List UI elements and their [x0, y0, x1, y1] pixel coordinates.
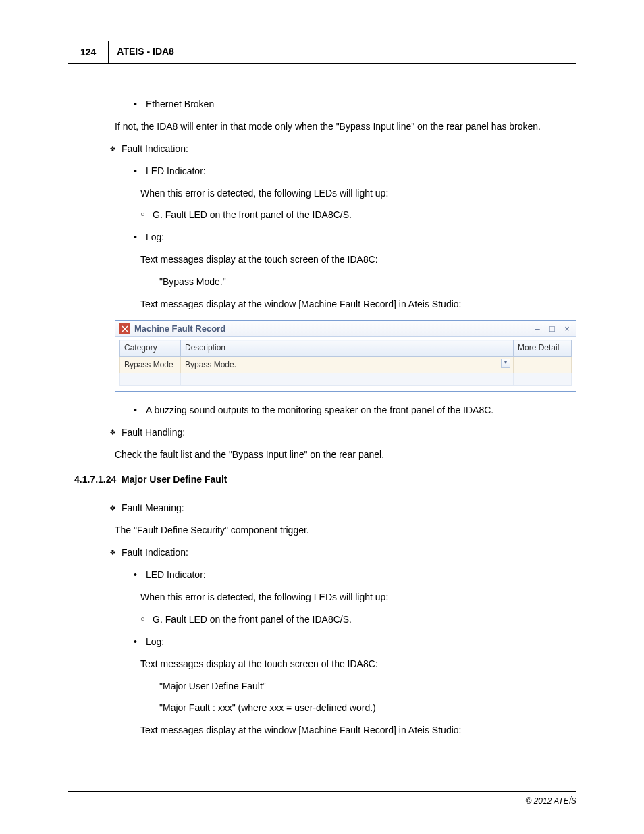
diamond-text: Fault Indication: — [122, 546, 188, 559]
bullet-text: Ethernet Broken — [146, 98, 214, 111]
section-number: 4.1.7.1.24 — [74, 474, 116, 485]
cell-category: Bypass Mode — [120, 356, 181, 373]
close-icon[interactable]: × — [562, 324, 572, 333]
quoted-message: "Major User Define Fault" — [159, 680, 576, 693]
paragraph: Check the fault list and the "Bypass Inp… — [115, 448, 576, 461]
circle-icon: ○ — [140, 209, 153, 221]
table-header-row: Category Description More Detail — [120, 340, 572, 356]
bullet-item: • Ethernet Broken — [134, 98, 576, 111]
minimize-icon[interactable]: – — [533, 324, 542, 333]
section-title: Major User Define Fault — [122, 474, 227, 485]
circle-item: ○ G. Fault LED on the front panel of the… — [140, 613, 576, 626]
paragraph: If not, the IDA8 will enter in that mode… — [115, 120, 576, 133]
quoted-message: "Bypass Mode." — [159, 276, 576, 288]
circle-icon: ○ — [140, 613, 153, 626]
col-header-category[interactable]: Category — [120, 340, 181, 356]
fault-record-table: Category Description More Detail Bypass … — [119, 340, 572, 385]
bullet-icon: • — [134, 404, 146, 417]
cell-more-detail — [514, 356, 572, 373]
maximize-icon[interactable]: □ — [547, 324, 557, 333]
header-title: ATEIS - IDA8 — [109, 41, 182, 63]
paragraph: When this error is detected, the followi… — [140, 591, 576, 604]
bullet-icon: • — [134, 98, 146, 111]
bullet-text: Log: — [146, 635, 164, 648]
diamond-icon: ❖ — [109, 502, 122, 515]
paragraph: Text messages display at the window [Mac… — [140, 724, 576, 737]
diamond-text: Fault Handling: — [122, 426, 185, 439]
bullet-item: • Log: — [134, 231, 576, 244]
bullet-icon: • — [134, 231, 146, 244]
diamond-text: Fault Indication: — [122, 142, 188, 155]
app-icon — [119, 323, 130, 334]
diamond-icon: ❖ — [109, 426, 122, 439]
bullet-text: Log: — [146, 231, 164, 244]
bullet-text: LED Indicator: — [146, 165, 206, 178]
bullet-icon: • — [134, 165, 146, 178]
window-title: Machine Fault Record — [134, 323, 533, 335]
circle-text: G. Fault LED on the front panel of the I… — [153, 209, 352, 221]
page-content: • Ethernet Broken If not, the IDA8 will … — [68, 98, 576, 737]
paragraph: Text messages display at the touch scree… — [140, 253, 576, 266]
circle-item: ○ G. Fault LED on the front panel of the… — [140, 209, 576, 221]
bullet-item: • LED Indicator: — [134, 569, 576, 581]
bullet-text: LED Indicator: — [146, 569, 206, 581]
window-body: Category Description More Detail Bypass … — [115, 337, 576, 390]
diamond-item: ❖ Fault Indication: — [109, 142, 576, 155]
bullet-item: • Log: — [134, 635, 576, 648]
diamond-item: ❖ Fault Meaning: — [109, 502, 576, 515]
machine-fault-record-window: Machine Fault Record – □ × Category Desc… — [115, 320, 576, 392]
bullet-item: • A buzzing sound outputs to the monitor… — [134, 404, 576, 417]
section-heading: 4.1.7.1.24 Major User Define Fault — [74, 473, 576, 486]
window-titlebar: Machine Fault Record – □ × — [115, 321, 576, 338]
paragraph: Text messages display at the touch scree… — [140, 658, 576, 671]
bullet-icon: • — [134, 569, 146, 581]
page-header: 124 ATEIS - IDA8 — [68, 41, 576, 64]
table-row-empty — [120, 373, 572, 385]
bullet-item: • LED Indicator: — [134, 165, 576, 178]
table-row[interactable]: Bypass Mode Bypass Mode. ▾ — [120, 356, 572, 373]
bullet-icon: • — [134, 635, 146, 648]
page-number: 124 — [68, 41, 109, 63]
diamond-text: Fault Meaning: — [122, 502, 184, 515]
paragraph: When this error is detected, the followi… — [140, 187, 576, 200]
paragraph: Text messages display at the window [Mac… — [140, 298, 576, 311]
col-header-description[interactable]: Description — [181, 340, 514, 356]
diamond-item: ❖ Fault Indication: — [109, 546, 576, 559]
copyright: © 2012 ATEÏS — [525, 796, 576, 806]
cell-description: Bypass Mode. ▾ — [181, 356, 514, 373]
diamond-icon: ❖ — [109, 546, 122, 559]
chevron-down-icon[interactable]: ▾ — [501, 359, 510, 368]
circle-text: G. Fault LED on the front panel of the I… — [153, 613, 352, 626]
page-footer: © 2012 ATEÏS — [68, 791, 576, 806]
paragraph: The "Fault Define Security" component tr… — [115, 524, 576, 537]
diamond-icon: ❖ — [109, 142, 122, 155]
quoted-message: "Major Fault : xxx" (where xxx = user-de… — [159, 702, 576, 714]
col-header-more-detail[interactable]: More Detail — [514, 340, 572, 356]
diamond-item: ❖ Fault Handling: — [109, 426, 576, 439]
bullet-text: A buzzing sound outputs to the monitorin… — [146, 404, 493, 417]
